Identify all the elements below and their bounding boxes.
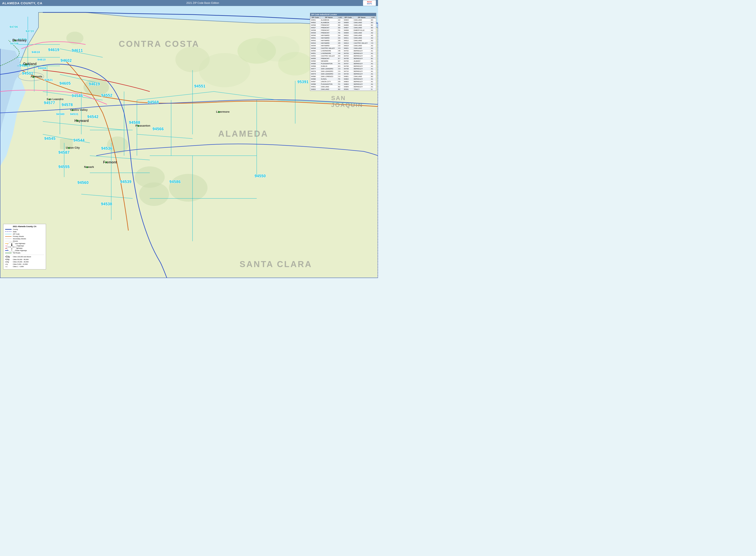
zip-table-cell: F6 — [337, 78, 343, 80]
zip-table-cell: A1 — [370, 63, 376, 65]
svg-point-17 — [169, 174, 207, 202]
col-zip2: ZIP Code — [343, 16, 353, 19]
zip-table-cell: A2 — [370, 29, 376, 32]
zip-table-cell: CASTRO VALLEY — [320, 47, 338, 49]
svg-text:E: E — [15, 246, 16, 248]
zip-table-cell: 94586 — [310, 78, 320, 80]
zip-table-row: 94552CASTRO VALLEYD494704BERKELEYA1 — [310, 55, 376, 57]
zip-table-row: 94579SAN LEANDROC494720BERKELEYA1 — [310, 73, 376, 75]
zip-table-cell: E7 — [337, 57, 343, 60]
zip-table-row: 94602OAKLANDB295391TRACYI3 — [310, 88, 376, 91]
zip-table-cell: BERKELEY — [353, 55, 370, 57]
zip-table-cell: C4 — [337, 73, 343, 75]
zip-table-cell: 94803 — [343, 80, 353, 83]
col-name2: ZIP Name — [353, 16, 370, 19]
header-subtitle: 2021 ZIP Code Basic Edition — [186, 1, 219, 4]
zip-table-cell: D4 — [337, 34, 343, 37]
legend-city-1k: •city Cities 1 - 4,999 — [5, 266, 44, 268]
zip-table-cell: A1 — [370, 70, 376, 73]
legend-city-25k: •City Cities 25,000 - 49,999 — [5, 261, 44, 263]
zip-table-cell: 94545 — [310, 44, 320, 47]
zip-table-cell: 94568 — [310, 65, 320, 68]
legend-city-50k-label: Cities 50,000 - 99,999 — [13, 258, 29, 260]
zip-table-cell: 94801 — [343, 75, 353, 78]
zip-table-cell: OAKLAND — [353, 75, 370, 78]
legend-city-5k-label: Cities 5,000 - 24,999 — [13, 263, 28, 265]
zip-table-cell: 94607 — [343, 27, 353, 29]
zip-table-cell: FREMONT — [320, 57, 338, 60]
zip-table-cell: OAKLAND — [353, 22, 370, 24]
zip-table-cell: 94611 — [343, 37, 353, 39]
zip-table-cell: SUNOL — [320, 78, 338, 80]
zip-table-row: 94587UNION CITYD594803BERKELEYA1 — [310, 80, 376, 83]
zip-table-cell: A1 — [370, 80, 376, 83]
zip-table-cell: 94601 — [310, 85, 320, 88]
zip-table-cell: A1 — [370, 49, 376, 52]
zip-table-row: 94502ALAMEDAA394605OAKLANDB3 — [310, 22, 376, 24]
zip-table-cell: D5 — [337, 42, 343, 44]
zip-table-cell: 94578 — [310, 70, 320, 73]
zip-table-cell: 94602 — [310, 88, 320, 91]
zip-table-cell: A1 — [370, 65, 376, 68]
zip-table-cell: BERKELEY — [353, 68, 370, 70]
zip-table-cell: 94555 — [310, 57, 320, 60]
zip-table-cell: ALBANY — [353, 60, 370, 63]
svg-text:S: S — [11, 250, 12, 251]
dot-oakland — [25, 64, 27, 65]
zip-table-cell: C4 — [337, 70, 343, 73]
zip-table-cell: B2 — [370, 24, 376, 27]
legend-city-100k-label: Cities 100,000 and Above — [13, 256, 31, 258]
zip-table-cell: SAN LORENZO — [320, 75, 338, 78]
zip-table-row: 94551LIVERMOREH494703BERKELEYA1 — [310, 52, 376, 55]
zip-table-cell: 94539 — [310, 32, 320, 34]
zip-table-cell: 94552 — [310, 55, 320, 57]
zip-table-cell: 94588 — [310, 83, 320, 85]
zip-table-cell: OAKLAND — [320, 88, 338, 91]
zip-table-cell: B2 — [370, 27, 376, 29]
zip-table-cell: ALAMEDA — [320, 22, 338, 24]
zip-table-cell: SAN LEANDRO — [320, 68, 338, 70]
zip-table-cell: OAKLAND — [353, 24, 370, 27]
zip-table-cell: SAN LEANDRO — [320, 73, 338, 75]
zip-table-cell: A1 — [370, 73, 376, 75]
zip-table-cell: 94540 — [310, 34, 320, 37]
zip-table-row: 94577SAN LEANDROC494709BERKELEYA1 — [310, 68, 376, 70]
zip-table-cell: OAKLAND — [353, 47, 370, 49]
zip-table-row: 94588PLEASANTONF494804BERKELEYA1 — [310, 83, 376, 85]
svg-text:W: W — [7, 246, 9, 248]
zip-table-row: 94542HAYWARDD594612OAKLANDA2 — [310, 39, 376, 42]
zip-table-cell: 94501 — [310, 19, 320, 22]
zip-table-row: 94550LIVERMOREH594702BERKELEYA1 — [310, 49, 376, 52]
zip-table-cell: 94706 — [343, 60, 353, 63]
legend-city-50k: •City Cities 50,000 - 99,999 — [5, 258, 44, 260]
dot-hayward — [77, 120, 78, 121]
zip-table-cell: 94704 — [343, 55, 353, 57]
zip-table-cell: BERKELEY — [353, 65, 370, 68]
dot-union-city — [68, 147, 70, 149]
svg-text:N: N — [11, 243, 12, 245]
zip-table-cell: F8 — [337, 29, 343, 32]
zip-table-cell: BERKELEY — [353, 70, 370, 73]
header-logo: MarketMAPS — [363, 0, 376, 6]
zip-table-cell: 94544 — [310, 42, 320, 44]
zip-table-cell: BERKELEY — [353, 80, 370, 83]
zip-table-cell: ALAMEDA — [320, 19, 338, 22]
zip-table-cell: BERKELEY — [353, 83, 370, 85]
zip-table-cell: E8 — [337, 24, 343, 27]
zip-table-cell: 94537 — [310, 27, 320, 29]
legend-county: County — [5, 229, 44, 230]
zip-table-cell: OAKLAND — [353, 44, 370, 47]
zip-table-cell: LIVERMORE — [320, 52, 338, 55]
zip-table-cell: A2 — [370, 32, 376, 34]
legend-toll-line — [5, 253, 11, 253]
zip-table-cell: OAKLAND — [353, 37, 370, 39]
zip-table-row: 94555FREMONTE794705BERKELEYB1 — [310, 57, 376, 60]
zip-table-cell: A3 — [337, 19, 343, 22]
legend-city-sizes: •City Cities 100,000 and Above •City Cit… — [5, 255, 44, 268]
zip-table-cell: CASTRO VALLEY — [353, 42, 370, 44]
zip-table-cell: E3 — [337, 65, 343, 68]
zip-table-row: 94540HAYWARDD494610OAKLANDA2 — [310, 34, 376, 37]
zip-table-cell: D5 — [337, 39, 343, 42]
zip-table-row: 94545HAYWARDC594619OAKLANDA2 — [310, 44, 376, 47]
zip-table-cell: C3 — [370, 42, 376, 44]
